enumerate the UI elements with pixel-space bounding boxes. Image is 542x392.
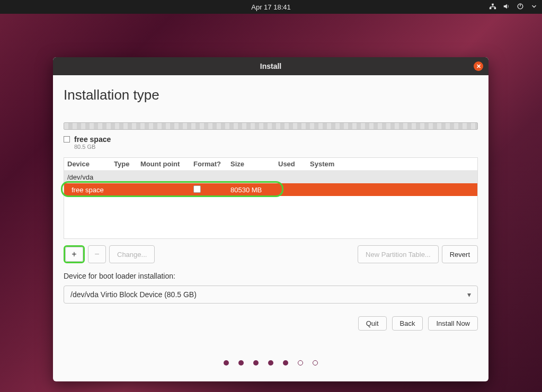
page-title: Installation type xyxy=(64,87,478,103)
power-icon[interactable] xyxy=(517,3,524,12)
partition-strip xyxy=(64,122,478,130)
legend-size: 80.5 GB xyxy=(74,144,111,150)
remove-partition-button[interactable]: − xyxy=(88,245,106,263)
dot-icon xyxy=(298,360,303,366)
quit-button[interactable]: Quit xyxy=(358,316,387,331)
col-device: Device xyxy=(67,160,114,168)
network-icon[interactable] xyxy=(489,3,496,12)
back-button[interactable]: Back xyxy=(392,316,423,331)
col-mount: Mount point xyxy=(140,160,193,168)
change-button[interactable]: Change... xyxy=(109,245,155,263)
revert-button[interactable]: Revert xyxy=(442,245,478,263)
progress-dots xyxy=(64,360,478,366)
svg-rect-0 xyxy=(490,7,492,9)
legend-swatch-icon xyxy=(64,136,70,142)
annotation-highlight: + xyxy=(64,245,85,263)
volume-icon[interactable] xyxy=(503,3,510,12)
close-icon[interactable]: ✕ xyxy=(474,61,483,71)
chevron-down-icon: ▾ xyxy=(467,290,471,299)
table-row-free-space[interactable]: free space 80530 MB xyxy=(64,183,477,196)
table-row-disk[interactable]: /dev/vda xyxy=(64,171,477,183)
dot-icon xyxy=(313,360,318,366)
bootloader-value: /dev/vda Virtio Block Device (80.5 GB) xyxy=(70,290,197,299)
cell-device: /dev/vda xyxy=(67,173,114,181)
dot-icon xyxy=(224,360,229,366)
install-now-button[interactable]: Install Now xyxy=(428,316,478,331)
cell-size: 80530 MB xyxy=(230,186,278,194)
dot-icon xyxy=(268,360,273,366)
col-system: System xyxy=(310,160,474,168)
svg-rect-1 xyxy=(494,7,496,9)
topbar-datetime: Apr 17 18:41 xyxy=(251,3,290,11)
chevron-down-icon[interactable] xyxy=(530,3,538,12)
cell-device: free space xyxy=(67,186,114,194)
dot-icon xyxy=(238,360,244,366)
bootloader-label: Device for boot loader installation: xyxy=(64,272,478,280)
col-size: Size xyxy=(230,160,278,168)
window-title: Install xyxy=(260,62,281,70)
format-checkbox[interactable] xyxy=(193,185,201,193)
new-partition-table-button[interactable]: New Partition Table... xyxy=(358,245,439,263)
dot-icon xyxy=(253,360,259,366)
dot-icon xyxy=(283,360,288,366)
col-format: Format? xyxy=(193,160,230,168)
col-type: Type xyxy=(114,160,140,168)
partition-table: Device Type Mount point Format? Size Use… xyxy=(64,157,478,239)
partition-legend: free space 80.5 GB xyxy=(64,135,478,150)
col-used: Used xyxy=(278,160,310,168)
legend-label: free space xyxy=(74,135,111,144)
installer-window: Install ✕ Installation type free space 8… xyxy=(53,57,488,381)
svg-rect-2 xyxy=(492,3,494,5)
bootloader-select[interactable]: /dev/vda Virtio Block Device (80.5 GB) ▾ xyxy=(64,286,478,304)
add-partition-button[interactable]: + xyxy=(65,247,83,262)
